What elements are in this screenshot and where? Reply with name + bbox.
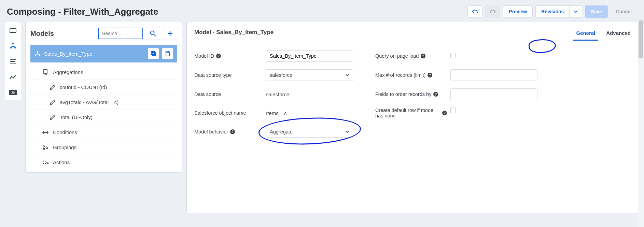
- tree-agg-total-ui[interactable]: Total (Ui-Only): [30, 110, 177, 125]
- svg-point-9: [151, 31, 154, 35]
- box-icon: [10, 27, 16, 33]
- svg-point-13: [37, 51, 38, 53]
- search-icon: [150, 30, 156, 37]
- label-sf-object-name: Salesforce object name: [194, 110, 266, 116]
- rail-app-icon[interactable]: [5, 22, 21, 38]
- pencil-icon: [49, 100, 56, 105]
- svg-point-30: [43, 163, 44, 164]
- tree-agg-avgtotalc[interactable]: avgTotalc - AVG(Total__c): [30, 95, 177, 110]
- label-model-id: Model ID?: [194, 53, 266, 59]
- search-input[interactable]: [98, 28, 143, 39]
- help-icon[interactable]: ?: [421, 54, 425, 58]
- conditions-icon: [42, 130, 49, 135]
- svg-rect-2: [14, 28, 15, 29]
- tree-item-label: Aggregations: [53, 69, 83, 75]
- svg-point-14: [35, 55, 36, 56]
- svg-point-3: [12, 43, 14, 44]
- tree-conditions[interactable]: Conditions: [30, 125, 177, 140]
- pencil-icon: [49, 85, 56, 90]
- label-data-source-type: Data source type: [194, 72, 266, 78]
- svg-line-10: [154, 34, 156, 37]
- actions-icon: [42, 160, 49, 165]
- scrollbar-thumb[interactable]: [639, 20, 643, 58]
- side-rail: JS: [5, 22, 21, 100]
- svg-point-27: [43, 148, 45, 150]
- model-item-label: Sales_By_Item_Type: [44, 51, 93, 57]
- svg-rect-1: [11, 28, 12, 29]
- models-icon: [10, 43, 16, 49]
- header-actions: Preview Revisions Save Cancel: [467, 5, 637, 18]
- input-max-records[interactable]: [450, 69, 537, 81]
- model-detail-panel: Model - Sales_By_Item_Type General Advan…: [186, 22, 639, 213]
- tree-item-label: Groupings: [53, 144, 76, 150]
- tree-item-label: Conditions: [53, 129, 77, 135]
- delete-model-button[interactable]: [162, 48, 173, 59]
- svg-point-15: [39, 55, 40, 56]
- revisions-button[interactable]: Revisions: [535, 5, 569, 18]
- tree-aggregations[interactable]: Aggregations: [30, 65, 177, 80]
- svg-point-31: [45, 163, 46, 164]
- label-query-on-load: Query on page load?: [375, 53, 450, 59]
- select-value: Aggregate: [270, 129, 293, 134]
- help-icon[interactable]: ?: [433, 92, 438, 97]
- tree-item-label: avgTotalc - AVG(Total__c): [60, 99, 118, 105]
- help-icon[interactable]: ?: [442, 111, 447, 115]
- value-sf-object-name: Items__c: [266, 110, 355, 116]
- help-icon[interactable]: ?: [428, 73, 432, 77]
- aggregations-icon: [42, 69, 49, 75]
- label-create-default: Create default row if model has none?: [375, 108, 450, 118]
- svg-rect-20: [167, 51, 169, 52]
- svg-rect-0: [10, 29, 16, 32]
- svg-point-26: [46, 147, 48, 149]
- value-data-source: salesforce: [266, 91, 355, 97]
- rail-list-icon[interactable]: [5, 54, 21, 69]
- preview-button[interactable]: Preview: [503, 5, 533, 18]
- rail-models-icon[interactable]: [5, 38, 21, 54]
- svg-rect-18: [166, 52, 169, 56]
- search-button[interactable]: [146, 27, 160, 40]
- model-item-selected[interactable]: Sales_By_Item_Type: [30, 45, 177, 62]
- page-title: Composing - Filter_With_Aggregate: [7, 6, 158, 17]
- revisions-dropdown-button[interactable]: [569, 5, 582, 18]
- tree-item-label: Total (Ui-Only): [60, 114, 93, 120]
- detail-panel-title: Model - Sales_By_Item_Type: [194, 27, 274, 41]
- models-panel-title: Models: [30, 30, 54, 38]
- revisions-button-group: Revisions: [535, 5, 582, 18]
- select-data-source-type[interactable]: salesforce: [266, 69, 353, 81]
- pencil-icon: [49, 115, 56, 120]
- undo-icon: [472, 9, 478, 14]
- add-model-button[interactable]: [163, 27, 177, 40]
- label-fields-order: Fields to order records by?: [375, 91, 450, 97]
- undo-button[interactable]: [467, 5, 482, 18]
- copy-model-button[interactable]: [148, 48, 159, 59]
- redo-button[interactable]: [485, 5, 500, 18]
- rail-js-icon[interactable]: JS: [9, 90, 17, 95]
- analytics-icon: [10, 75, 16, 80]
- checkbox-create-default[interactable]: [450, 108, 456, 113]
- svg-point-29: [45, 160, 46, 161]
- input-model-id[interactable]: [266, 50, 353, 62]
- save-button[interactable]: Save: [585, 5, 608, 18]
- tree-actions[interactable]: Actions: [30, 155, 177, 170]
- tab-advanced[interactable]: Advanced: [605, 28, 631, 41]
- select-value: salesforce: [270, 72, 292, 78]
- tab-general[interactable]: General: [575, 28, 596, 41]
- tree-agg-countid[interactable]: countId - COUNT(Id): [30, 80, 177, 95]
- chevron-down-icon: [345, 73, 349, 77]
- rail-analytics-icon[interactable]: [5, 69, 21, 85]
- tree-item-label: countId - COUNT(Id): [60, 84, 107, 90]
- copy-icon: [151, 51, 156, 56]
- input-fields-order[interactable]: [450, 88, 537, 100]
- vertical-scrollbar[interactable]: [638, 20, 644, 227]
- tree-groupings[interactable]: Groupings: [30, 140, 177, 155]
- redo-icon: [489, 9, 496, 14]
- checkbox-query-on-load[interactable]: [450, 53, 456, 58]
- svg-point-5: [14, 47, 16, 48]
- help-icon[interactable]: ?: [216, 54, 221, 58]
- cancel-button[interactable]: Cancel: [611, 5, 637, 18]
- help-icon[interactable]: ?: [230, 129, 235, 134]
- list-icon: [10, 59, 16, 64]
- chevron-down-icon: [345, 130, 349, 134]
- svg-point-25: [43, 145, 45, 147]
- select-model-behavior[interactable]: Aggregate: [266, 126, 353, 138]
